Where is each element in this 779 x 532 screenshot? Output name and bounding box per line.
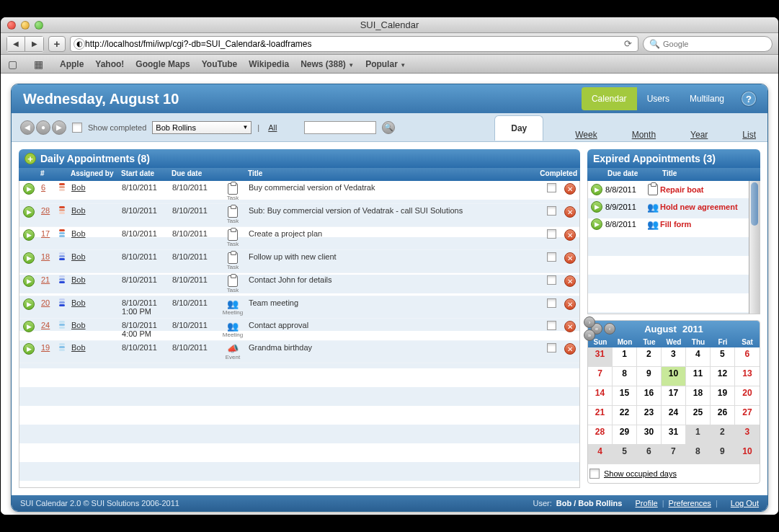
row-number[interactable]: 21 xyxy=(38,275,55,284)
calendar-day[interactable]: 24 xyxy=(662,406,686,425)
calendar-day[interactable]: 2 xyxy=(711,425,735,445)
calendar-day[interactable]: 1 xyxy=(613,347,637,367)
add-appointment-button[interactable]: + xyxy=(25,153,36,164)
calendar-day[interactable]: 23 xyxy=(637,406,662,425)
calendar-day[interactable]: 13 xyxy=(735,367,760,386)
calendar-day[interactable]: 8 xyxy=(686,445,711,464)
calendar-day[interactable]: 14 xyxy=(588,386,613,406)
calendar-day[interactable]: 9 xyxy=(711,445,735,464)
expired-table[interactable]: ▶8/8/2011Repair boat▶8/9/2011👥Hold new a… xyxy=(587,181,760,314)
calendar-day[interactable]: 31 xyxy=(588,347,613,367)
show-occupied-checkbox[interactable] xyxy=(589,469,600,479)
cal-next-year[interactable]: » xyxy=(584,329,595,341)
calendar-day[interactable]: 6 xyxy=(637,445,662,464)
show-completed-checkbox[interactable] xyxy=(72,123,82,133)
calendar-day[interactable]: 3 xyxy=(735,425,760,445)
today-button[interactable]: ● xyxy=(36,120,50,135)
open-row-icon[interactable]: ▶ xyxy=(23,252,35,264)
appointment-row[interactable]: ▶18Bob8/10/20118/10/2011TaskFollow up wi… xyxy=(19,250,579,273)
calendar-day[interactable]: 27 xyxy=(735,406,760,425)
calendar-day[interactable]: 20 xyxy=(735,386,760,406)
open-row-icon[interactable]: ▶ xyxy=(23,183,35,195)
completed-checkbox[interactable] xyxy=(547,343,556,353)
open-row-icon[interactable]: ▶ xyxy=(23,206,35,218)
expired-row[interactable]: ▶8/8/2011Repair boat xyxy=(588,181,760,198)
calendar-day[interactable]: 12 xyxy=(711,367,735,386)
bookmark-item[interactable]: YouTube xyxy=(202,59,238,69)
assigned-by[interactable]: Bob xyxy=(68,229,119,238)
expired-row[interactable]: ▶8/9/2011👥Hold new agreement xyxy=(588,198,760,216)
view-tab-year[interactable]: Year xyxy=(687,130,711,140)
calendar-day[interactable]: 28 xyxy=(588,425,613,445)
open-row-icon[interactable]: ▶ xyxy=(591,218,602,230)
row-number[interactable]: 20 xyxy=(38,298,55,307)
bookmark-item[interactable]: Google Maps xyxy=(135,59,190,69)
view-tab-list[interactable]: List xyxy=(739,130,759,140)
appointment-row[interactable]: ▶28Bob8/10/20118/10/2011TaskSub: Buy com… xyxy=(19,204,579,227)
appointment-row[interactable]: ▶21Bob8/10/20118/10/2011TaskContact John… xyxy=(19,273,579,296)
open-row-icon[interactable]: ▶ xyxy=(23,343,35,355)
assigned-by[interactable]: Bob xyxy=(68,321,119,329)
calendar-day[interactable]: 4 xyxy=(588,445,613,464)
open-row-icon[interactable]: ▶ xyxy=(591,184,602,195)
add-bookmark-button[interactable]: + xyxy=(48,36,66,52)
calendar-day[interactable]: 17 xyxy=(662,386,686,406)
header-tab-users[interactable]: Users xyxy=(637,87,680,110)
appointment-row[interactable]: ▶6Bob8/10/20118/10/2011TaskBuy commercia… xyxy=(19,181,579,204)
view-tab-month[interactable]: Month xyxy=(629,130,659,140)
footer-link-profile[interactable]: Profile xyxy=(636,499,658,507)
calendar-day[interactable]: 3 xyxy=(662,347,686,367)
calendar-day[interactable]: 11 xyxy=(686,367,711,386)
assigned-by[interactable]: Bob xyxy=(68,183,119,192)
assigned-by[interactable]: Bob xyxy=(68,252,119,261)
appointment-row[interactable]: ▶17Bob8/10/20118/10/2011TaskCreate a pro… xyxy=(19,227,579,250)
reading-list-icon[interactable]: ▢ xyxy=(8,58,22,70)
calendar-day[interactable]: 25 xyxy=(686,406,711,425)
calendar-day[interactable]: 4 xyxy=(686,347,711,367)
assigned-by[interactable]: Bob xyxy=(68,275,119,284)
calendar-day[interactable]: 18 xyxy=(686,386,711,406)
delete-row-button[interactable]: ✕ xyxy=(564,298,576,310)
search-button[interactable]: 🔍 xyxy=(382,121,395,134)
calendar-day[interactable]: 21 xyxy=(588,406,613,425)
delete-row-button[interactable]: ✕ xyxy=(564,183,576,195)
address-bar[interactable]: ◐ ⟳ xyxy=(70,36,638,52)
bookmark-item[interactable]: Yahoo! xyxy=(95,59,124,69)
calendar-day[interactable]: 29 xyxy=(613,425,637,445)
row-number[interactable]: 24 xyxy=(38,321,55,329)
delete-row-button[interactable]: ✕ xyxy=(564,275,576,287)
footer-link-logout[interactable]: Log Out xyxy=(731,499,759,507)
open-row-icon[interactable]: ▶ xyxy=(23,321,35,332)
completed-checkbox[interactable] xyxy=(547,206,556,216)
search-input[interactable] xyxy=(663,40,766,48)
reload-icon[interactable]: ⟳ xyxy=(624,38,635,49)
calendar-day[interactable]: 6 xyxy=(735,347,760,367)
calendar-day[interactable]: 15 xyxy=(613,386,637,406)
completed-checkbox[interactable] xyxy=(547,275,556,285)
open-row-icon[interactable]: ▶ xyxy=(23,229,35,241)
calendar-day[interactable]: 9 xyxy=(637,367,662,386)
view-tab-week[interactable]: Week xyxy=(572,130,600,140)
all-link[interactable]: All xyxy=(268,123,277,132)
delete-row-button[interactable]: ✕ xyxy=(564,252,576,264)
footer-link-preferences[interactable]: Preferences xyxy=(669,499,711,507)
prev-button[interactable]: ◀ xyxy=(20,120,35,135)
url-input[interactable] xyxy=(85,39,624,49)
bookmark-item[interactable]: News (388) ▼ xyxy=(301,59,354,69)
show-occupied-label[interactable]: Show occupied days xyxy=(604,469,677,478)
completed-checkbox[interactable] xyxy=(547,321,556,330)
bookmark-item[interactable]: Wikipedia xyxy=(249,59,289,69)
daily-table[interactable]: ▶6Bob8/10/20118/10/2011TaskBuy commercia… xyxy=(19,181,580,488)
appointment-row[interactable]: ▶19Bob8/10/20118/10/2011📣EventGrandma bi… xyxy=(19,341,579,363)
row-number[interactable]: 6 xyxy=(38,183,55,192)
open-row-icon[interactable]: ▶ xyxy=(23,298,35,310)
calendar-day[interactable]: 7 xyxy=(588,367,613,386)
cal-next-month[interactable]: › xyxy=(584,316,595,328)
completed-checkbox[interactable] xyxy=(547,229,556,239)
calendar-day[interactable]: 10 xyxy=(735,445,760,464)
calendar-day[interactable]: 10 xyxy=(662,367,686,386)
completed-checkbox[interactable] xyxy=(547,183,556,192)
calendar-day[interactable]: 2 xyxy=(637,347,662,367)
row-number[interactable]: 17 xyxy=(38,229,55,238)
search-field[interactable] xyxy=(304,121,376,134)
